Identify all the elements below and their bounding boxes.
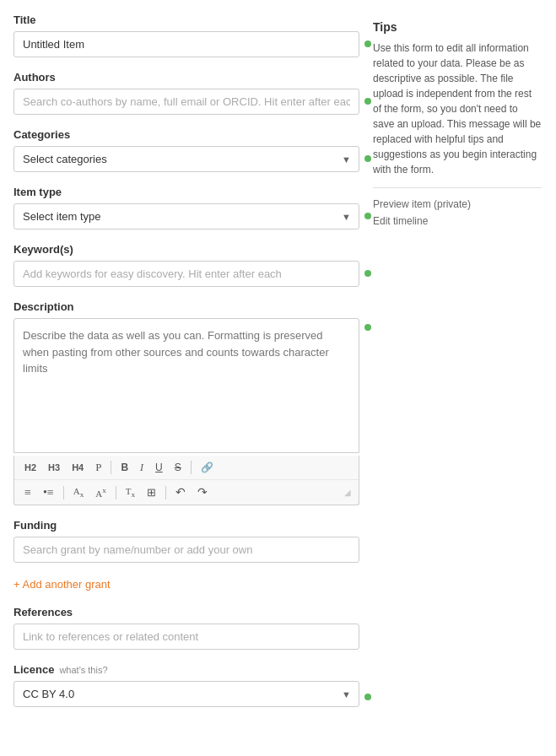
description-field-group: Description H2 H3 H4 P B I U S 🔗 [13, 300, 359, 505]
item-type-select[interactable]: Select item type [13, 203, 359, 230]
tips-section: Tips Use this form to edit all informati… [373, 14, 542, 239]
toolbar-sep-3 [63, 486, 64, 500]
toolbar-clear-format-button[interactable]: Tx [121, 483, 140, 501]
tips-title: Tips [373, 20, 542, 34]
toolbar-superscript-button[interactable]: Ax [90, 483, 111, 501]
toolbar-unordered-list-button[interactable]: •≡ [38, 483, 59, 502]
keywords-input[interactable] [13, 261, 359, 287]
item-type-field-group: Item type Select item type ▼ [13, 186, 359, 230]
references-label: References [13, 606, 359, 618]
licence-select-wrapper: CC BY 4.0 CC BY-SA 4.0 CC BY-NC 4.0 MIT … [13, 681, 359, 707]
categories-field-group: Categories Select categories ▼ [13, 128, 359, 172]
preview-item-link[interactable]: Preview item (private) [373, 198, 542, 210]
toolbar-sep-2 [191, 461, 192, 474]
toolbar-sep-1 [111, 461, 111, 474]
description-label: Description [13, 300, 359, 313]
toolbar-h3-button[interactable]: H3 [43, 460, 65, 475]
licence-field-group: Licence what's this? CC BY 4.0 CC BY-SA … [13, 663, 359, 707]
toolbar-table-button[interactable]: ⊞ [142, 483, 161, 502]
categories-label: Categories [13, 128, 359, 141]
toolbar-h4-button[interactable]: H4 [67, 460, 89, 475]
toolbar-italic-button[interactable]: I [135, 459, 148, 477]
keywords-label: Keyword(s) [13, 243, 359, 256]
description-dot-indicator [364, 324, 371, 331]
item-type-dot-indicator [364, 213, 371, 219]
toolbar-link-button[interactable]: 🔗 [196, 459, 219, 477]
toolbar-redo-button[interactable]: ↷ [192, 483, 213, 502]
authors-label: Authors [13, 71, 359, 84]
toolbar-sep-4 [116, 486, 116, 500]
title-label: Title [13, 14, 359, 26]
categories-select[interactable]: Select categories [13, 146, 359, 172]
keywords-field-group: Keyword(s) [13, 243, 359, 287]
toolbar-bold-button[interactable]: B [116, 459, 133, 476]
description-input[interactable] [13, 318, 359, 453]
title-input[interactable] [13, 31, 359, 57]
toolbar-undo-button[interactable]: ↶ [170, 483, 191, 502]
toolbar-ordered-list-button[interactable]: ≡ [19, 483, 36, 502]
toolbar-row-2: ≡ •≡ Ax Ax Tx ⊞ ↶ ↷ ◢ [14, 480, 359, 505]
references-field-group: References [13, 606, 359, 650]
toolbar-p-button[interactable]: P [90, 458, 106, 477]
toolbar-sep-5 [165, 486, 166, 500]
licence-select[interactable]: CC BY 4.0 CC BY-SA 4.0 CC BY-NC 4.0 MIT … [13, 681, 359, 707]
tips-divider [373, 187, 542, 188]
item-type-label: Item type [13, 186, 359, 198]
toolbar-subscript-button[interactable]: Ax [68, 483, 89, 501]
authors-field-group: Authors [13, 71, 359, 115]
categories-select-wrapper: Select categories ▼ [13, 146, 359, 172]
keywords-dot-indicator [364, 270, 371, 277]
toolbar-strike-button[interactable]: S [170, 459, 186, 476]
add-grant-button[interactable]: + Add another grant [13, 576, 111, 592]
funding-field-group: Funding [13, 519, 359, 563]
authors-input[interactable] [13, 89, 359, 115]
item-type-select-wrapper: Select item type ▼ [13, 203, 359, 230]
toolbar-h2-button[interactable]: H2 [19, 460, 41, 475]
funding-input[interactable] [13, 537, 359, 563]
licence-dot-indicator [364, 694, 371, 700]
funding-label: Funding [13, 519, 359, 532]
sidebar: Tips Use this form to edit all informati… [373, 14, 542, 721]
edit-timeline-link[interactable]: Edit timeline [373, 215, 542, 227]
references-input[interactable] [13, 624, 359, 650]
title-dot-indicator [364, 40, 371, 47]
description-toolbar: H2 H3 H4 P B I U S 🔗 ≡ •≡ Ax [13, 456, 359, 505]
tips-text: Use this form to edit all information re… [373, 40, 542, 177]
licence-label: Licence [13, 663, 54, 676]
add-grant-group: + Add another grant [13, 576, 359, 592]
licence-whats-this-link[interactable]: what's this? [59, 665, 107, 675]
authors-dot-indicator [364, 98, 371, 105]
toolbar-underline-button[interactable]: U [150, 459, 168, 476]
toolbar-row-1: H2 H3 H4 P B I U S 🔗 [14, 456, 359, 480]
categories-dot-indicator [364, 155, 371, 162]
textarea-resize-handle: ◢ [342, 489, 354, 497]
title-field-group: Title [13, 14, 359, 57]
